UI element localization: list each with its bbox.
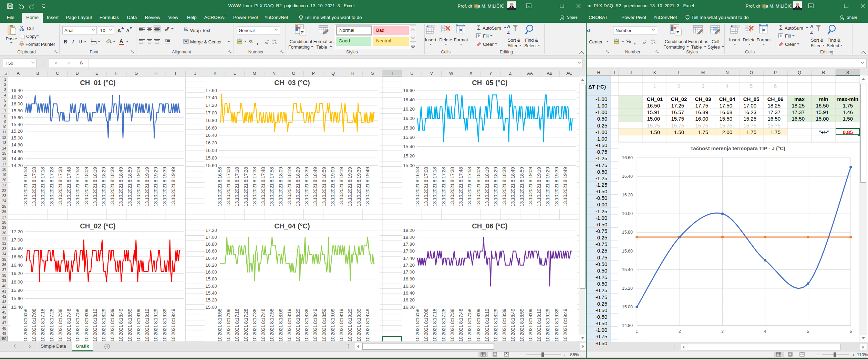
svg-text:13.10.2021 8:18:29: 13.10.2021 8:18:29 [101, 308, 106, 341]
svg-text:13.10.2021 8:17:38: 13.10.2021 8:17:38 [58, 308, 63, 341]
svg-text:13.10.2021 8:19:39: 13.10.2021 8:19:39 [162, 308, 167, 341]
svg-text:15.80: 15.80 [205, 276, 217, 281]
svg-text:13.10.2021 8:17:18: 13.10.2021 8:17:18 [432, 167, 437, 206]
svg-text:13.10.2021 8:18:59: 13.10.2021 8:18:59 [127, 308, 133, 341]
svg-text:13.10.2021 8:19:29: 13.10.2021 8:19:29 [153, 308, 158, 341]
svg-text:.00: .00 [264, 42, 268, 44]
svg-text:13.10.2021 8:17:08: 13.10.2021 8:17:08 [226, 308, 231, 341]
svg-text:13.10.2021 8:18:09: 13.10.2021 8:18:09 [84, 308, 89, 341]
svg-text:13.10.2021 8:17:18: 13.10.2021 8:17:18 [234, 167, 240, 206]
svg-text:16.00: 16.00 [11, 279, 23, 285]
svg-text:13.10.2021 8:16:58: 13.10.2021 8:16:58 [415, 308, 420, 341]
svg-text:16.60: 16.60 [205, 125, 217, 131]
svg-text:15.80: 15.80 [11, 108, 23, 113]
svg-text:16.60: 16.60 [622, 155, 633, 160]
svg-text:17.20: 17.20 [403, 263, 415, 268]
svg-text:13.10.2021 8:17:28: 13.10.2021 8:17:28 [441, 167, 446, 206]
svg-text:13.10.2021 8:18:59: 13.10.2021 8:18:59 [321, 167, 327, 206]
svg-text:13.10.2021 8:19:09: 13.10.2021 8:19:09 [136, 308, 141, 341]
svg-text:13.10.2021 8:19:29: 13.10.2021 8:19:29 [347, 167, 353, 206]
svg-text:13.10.2021 8:17:28: 13.10.2021 8:17:28 [441, 308, 446, 341]
svg-text:16.40: 16.40 [403, 97, 415, 102]
svg-text:17.00: 17.00 [11, 237, 23, 243]
svg-text:→.0: →.0 [271, 42, 277, 44]
svg-text:16.20: 16.20 [403, 297, 415, 302]
svg-text:16.80: 16.80 [205, 242, 217, 247]
svg-text:13.10.2021 8:17:18: 13.10.2021 8:17:18 [40, 308, 45, 341]
svg-text:13.10.2021 8:18:29: 13.10.2021 8:18:29 [295, 308, 301, 341]
svg-text:14.80: 14.80 [622, 323, 633, 328]
svg-text:16.00: 16.00 [205, 269, 217, 275]
svg-text:13.10.2021 8:18:09: 13.10.2021 8:18:09 [278, 167, 283, 206]
svg-text:17.40: 17.40 [403, 256, 415, 261]
svg-text:16.20: 16.20 [11, 271, 23, 276]
svg-text:16.40: 16.40 [11, 263, 23, 268]
svg-text:13.10.2021 8:18:39: 13.10.2021 8:18:39 [110, 308, 115, 341]
svg-text:15.60: 15.60 [622, 249, 633, 254]
svg-text:15.40: 15.40 [11, 122, 23, 127]
svg-text:16.40: 16.40 [11, 88, 23, 93]
svg-text:16.00: 16.00 [11, 101, 23, 106]
svg-text:13.10.2021 8:18:49: 13.10.2021 8:18:49 [118, 167, 124, 206]
svg-text:15.00: 15.00 [11, 135, 23, 141]
svg-text:17.60: 17.60 [205, 88, 217, 93]
svg-text:13.10.2021 8:19:09: 13.10.2021 8:19:09 [330, 167, 335, 206]
svg-text:13.10.2021 8:17:18: 13.10.2021 8:17:18 [432, 308, 437, 341]
svg-text:16.00: 16.00 [403, 116, 415, 121]
svg-text:13.10.2021 8:19:19: 13.10.2021 8:19:19 [339, 167, 344, 206]
svg-text:13.10.2021 8:19:19: 13.10.2021 8:19:19 [144, 308, 150, 341]
svg-text:13.10.2021 8:19:49: 13.10.2021 8:19:49 [365, 308, 370, 341]
svg-text:13.10.2021 8:17:58: 13.10.2021 8:17:58 [269, 308, 275, 341]
svg-text:13.10.2021 8:18:59: 13.10.2021 8:18:59 [127, 167, 133, 206]
svg-text:1: 1 [636, 329, 638, 334]
svg-text:CH_04 (°C): CH_04 (°C) [274, 222, 310, 230]
svg-text:15.60: 15.60 [403, 135, 415, 140]
svg-text:17.00: 17.00 [205, 110, 217, 115]
svg-text:13.10.2021 8:17:38: 13.10.2021 8:17:38 [58, 167, 63, 206]
svg-text:14.60: 14.60 [11, 149, 23, 154]
svg-text:13.10.2021 8:18:39: 13.10.2021 8:18:39 [304, 167, 309, 206]
svg-text:≠: ≠ [676, 29, 679, 35]
svg-text:17.60: 17.60 [403, 248, 415, 254]
svg-text:13.10.2021 8:17:48: 13.10.2021 8:17:48 [458, 308, 464, 341]
svg-text:16.20: 16.20 [403, 106, 415, 112]
svg-text:16.40: 16.40 [205, 256, 217, 261]
svg-text:13.10.2021 8:18:39: 13.10.2021 8:18:39 [110, 167, 115, 206]
svg-text:15.40: 15.40 [622, 267, 633, 272]
svg-text:16.00: 16.00 [622, 211, 633, 216]
svg-text:13.10.2021 8:16:58: 13.10.2021 8:16:58 [415, 167, 420, 206]
svg-text:≠: ≠ [301, 29, 304, 35]
svg-text:13.10.2021 8:19:39: 13.10.2021 8:19:39 [356, 167, 362, 206]
svg-text:16.40: 16.40 [403, 290, 415, 296]
svg-text:15.20: 15.20 [205, 297, 217, 302]
svg-text:13.10.2021 8:18:49: 13.10.2021 8:18:49 [118, 308, 124, 341]
svg-text:13.10.2021 8:17:58: 13.10.2021 8:17:58 [75, 308, 80, 341]
svg-text:17.40: 17.40 [205, 95, 217, 100]
svg-text:13.10.2021 8:18:19: 13.10.2021 8:18:19 [287, 167, 292, 206]
svg-text:13.10.2021 8:18:19: 13.10.2021 8:18:19 [92, 308, 98, 341]
svg-text:17.20: 17.20 [11, 229, 23, 234]
svg-text:16.80: 16.80 [11, 246, 23, 251]
svg-text:13.10.2021 8:18:29: 13.10.2021 8:18:29 [101, 167, 106, 206]
svg-text:15.60: 15.60 [11, 115, 23, 120]
svg-text:Z: Z [507, 30, 510, 35]
svg-text:CH_03 (°C): CH_03 (°C) [274, 79, 310, 86]
svg-text:17.20: 17.20 [205, 228, 217, 233]
svg-text:15.80: 15.80 [403, 125, 415, 131]
svg-text:15.60: 15.60 [205, 284, 217, 289]
svg-text:16.20: 16.20 [205, 140, 217, 145]
svg-text:CH_05 (°C): CH_05 (°C) [472, 79, 508, 86]
svg-text:13.10.2021 8:19:09: 13.10.2021 8:19:09 [330, 308, 335, 341]
svg-text:13.10.2021 8:18:19: 13.10.2021 8:18:19 [287, 308, 292, 341]
svg-text:13.10.2021 8:17:38: 13.10.2021 8:17:38 [450, 167, 455, 206]
svg-text:13.10.2021 8:18:09: 13.10.2021 8:18:09 [84, 167, 89, 206]
svg-text:15.20: 15.20 [622, 286, 633, 291]
svg-text:15.00: 15.00 [403, 163, 415, 168]
svg-text:13.10.2021 8:16:58: 13.10.2021 8:16:58 [217, 167, 223, 206]
svg-text:14.80: 14.80 [11, 142, 23, 147]
svg-text:16.60: 16.60 [205, 248, 217, 254]
svg-text:A: A [507, 24, 510, 29]
svg-text:Tačnost merenja termopara TIP: Tačnost merenja termopara TIP - J (°C) [690, 145, 785, 151]
svg-text:13.10.2021 8:17:08: 13.10.2021 8:17:08 [423, 308, 429, 341]
svg-text:13.10.2021 8:17:48: 13.10.2021 8:17:48 [458, 167, 464, 206]
